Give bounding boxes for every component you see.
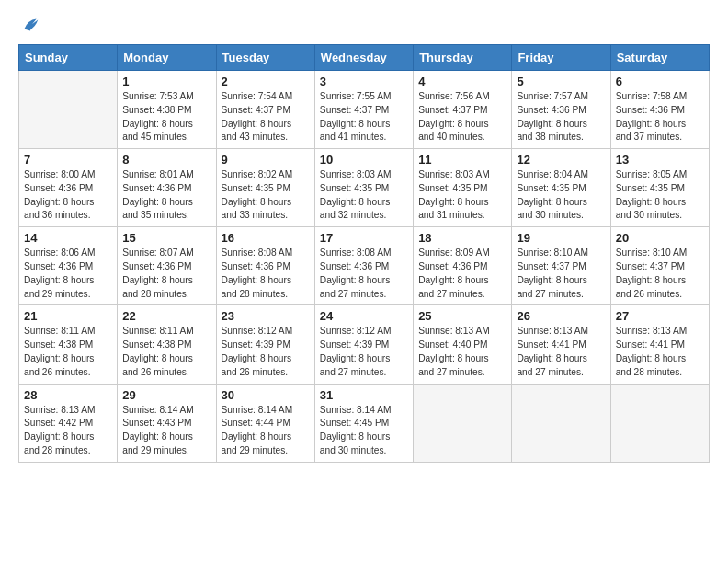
calendar-header-row: SundayMondayTuesdayWednesdayThursdayFrid… xyxy=(19,45,710,71)
calendar-cell: 15Sunrise: 8:07 AMSunset: 4:36 PMDayligh… xyxy=(118,227,216,305)
day-number: 2 xyxy=(222,75,310,88)
calendar-cell: 30Sunrise: 8:14 AMSunset: 4:44 PMDayligh… xyxy=(216,384,314,462)
day-info: Sunrise: 8:13 AMSunset: 4:42 PMDaylight:… xyxy=(24,404,112,458)
day-info: Sunrise: 7:58 AMSunset: 4:36 PMDaylight:… xyxy=(616,90,704,144)
calendar-week-row: 21Sunrise: 8:11 AMSunset: 4:38 PMDayligh… xyxy=(19,305,710,384)
day-info: Sunrise: 8:10 AMSunset: 4:37 PMDaylight:… xyxy=(517,247,605,301)
day-info: Sunrise: 8:07 AMSunset: 4:36 PMDaylight:… xyxy=(122,247,210,301)
day-info: Sunrise: 7:56 AMSunset: 4:37 PMDaylight:… xyxy=(418,90,506,144)
day-info: Sunrise: 8:11 AMSunset: 4:38 PMDaylight:… xyxy=(24,325,112,379)
day-number: 20 xyxy=(616,231,704,245)
day-info: Sunrise: 8:00 AMSunset: 4:36 PMDaylight:… xyxy=(24,168,112,223)
day-info: Sunrise: 8:14 AMSunset: 4:44 PMDaylight:… xyxy=(222,404,310,458)
calendar-cell: 4Sunrise: 7:56 AMSunset: 4:37 PMDaylight… xyxy=(414,71,512,149)
calendar-cell: 8Sunrise: 8:01 AMSunset: 4:36 PMDaylight… xyxy=(118,149,216,227)
day-number: 17 xyxy=(320,231,408,245)
day-info: Sunrise: 7:55 AMSunset: 4:37 PMDaylight:… xyxy=(320,90,408,144)
calendar-cell: 6Sunrise: 7:58 AMSunset: 4:36 PMDaylight… xyxy=(610,71,709,149)
day-info: Sunrise: 8:03 AMSunset: 4:35 PMDaylight:… xyxy=(320,168,408,223)
calendar-cell xyxy=(19,71,118,149)
day-number: 19 xyxy=(517,231,605,245)
calendar-cell: 20Sunrise: 8:10 AMSunset: 4:37 PMDayligh… xyxy=(610,227,709,305)
day-number: 9 xyxy=(222,153,310,167)
day-number: 16 xyxy=(222,231,310,245)
calendar-cell: 26Sunrise: 8:13 AMSunset: 4:41 PMDayligh… xyxy=(512,305,610,384)
day-number: 25 xyxy=(418,309,506,323)
calendar-cell: 22Sunrise: 8:11 AMSunset: 4:38 PMDayligh… xyxy=(118,305,216,384)
day-number: 27 xyxy=(616,309,704,323)
calendar-cell: 23Sunrise: 8:12 AMSunset: 4:39 PMDayligh… xyxy=(216,305,314,384)
calendar-cell: 3Sunrise: 7:55 AMSunset: 4:37 PMDaylight… xyxy=(314,71,413,149)
calendar-cell: 12Sunrise: 8:04 AMSunset: 4:35 PMDayligh… xyxy=(512,149,610,227)
weekday-header: Thursday xyxy=(414,45,512,71)
calendar-cell: 14Sunrise: 8:06 AMSunset: 4:36 PMDayligh… xyxy=(19,227,118,305)
calendar-cell: 7Sunrise: 8:00 AMSunset: 4:36 PMDaylight… xyxy=(19,149,118,227)
calendar-cell: 25Sunrise: 8:13 AMSunset: 4:40 PMDayligh… xyxy=(414,305,512,384)
day-number: 13 xyxy=(616,153,704,167)
calendar-cell xyxy=(414,384,512,462)
calendar-cell: 27Sunrise: 8:13 AMSunset: 4:41 PMDayligh… xyxy=(610,305,709,384)
calendar-cell: 28Sunrise: 8:13 AMSunset: 4:42 PMDayligh… xyxy=(19,384,118,462)
calendar-week-row: 14Sunrise: 8:06 AMSunset: 4:36 PMDayligh… xyxy=(19,227,710,305)
page-container: SundayMondayTuesdayWednesdayThursdayFrid… xyxy=(0,0,728,472)
calendar-week-row: 7Sunrise: 8:00 AMSunset: 4:36 PMDaylight… xyxy=(19,149,710,227)
calendar-cell xyxy=(610,384,709,462)
day-number: 29 xyxy=(122,388,210,402)
day-info: Sunrise: 7:54 AMSunset: 4:37 PMDaylight:… xyxy=(222,90,310,144)
day-info: Sunrise: 8:12 AMSunset: 4:39 PMDaylight:… xyxy=(222,325,310,379)
day-info: Sunrise: 8:09 AMSunset: 4:36 PMDaylight:… xyxy=(418,247,506,301)
day-info: Sunrise: 8:13 AMSunset: 4:40 PMDaylight:… xyxy=(418,325,506,379)
header xyxy=(18,15,710,35)
calendar-cell: 21Sunrise: 8:11 AMSunset: 4:38 PMDayligh… xyxy=(19,305,118,384)
logo-bird-icon xyxy=(20,15,40,35)
day-number: 11 xyxy=(418,153,506,167)
day-number: 22 xyxy=(122,309,210,323)
calendar-cell: 5Sunrise: 7:57 AMSunset: 4:36 PMDaylight… xyxy=(512,71,610,149)
day-info: Sunrise: 8:11 AMSunset: 4:38 PMDaylight:… xyxy=(122,325,210,379)
day-number: 31 xyxy=(320,388,408,402)
day-number: 15 xyxy=(122,231,210,245)
day-info: Sunrise: 8:08 AMSunset: 4:36 PMDaylight:… xyxy=(320,247,408,301)
day-number: 6 xyxy=(616,75,704,88)
day-info: Sunrise: 8:01 AMSunset: 4:36 PMDaylight:… xyxy=(122,168,210,223)
day-number: 7 xyxy=(24,153,112,167)
day-info: Sunrise: 8:13 AMSunset: 4:41 PMDaylight:… xyxy=(517,325,605,379)
calendar-week-row: 1Sunrise: 7:53 AMSunset: 4:38 PMDaylight… xyxy=(19,71,710,149)
calendar-cell: 16Sunrise: 8:08 AMSunset: 4:36 PMDayligh… xyxy=(216,227,314,305)
calendar-cell: 24Sunrise: 8:12 AMSunset: 4:39 PMDayligh… xyxy=(314,305,413,384)
calendar-cell: 17Sunrise: 8:08 AMSunset: 4:36 PMDayligh… xyxy=(314,227,413,305)
logo xyxy=(18,15,40,35)
calendar-cell: 18Sunrise: 8:09 AMSunset: 4:36 PMDayligh… xyxy=(414,227,512,305)
day-info: Sunrise: 8:14 AMSunset: 4:43 PMDaylight:… xyxy=(122,404,210,458)
calendar-cell: 11Sunrise: 8:03 AMSunset: 4:35 PMDayligh… xyxy=(414,149,512,227)
day-number: 30 xyxy=(222,388,310,402)
day-number: 3 xyxy=(320,75,408,88)
day-number: 24 xyxy=(320,309,408,323)
calendar-cell: 19Sunrise: 8:10 AMSunset: 4:37 PMDayligh… xyxy=(512,227,610,305)
weekday-header: Monday xyxy=(118,45,216,71)
calendar-week-row: 28Sunrise: 8:13 AMSunset: 4:42 PMDayligh… xyxy=(19,384,710,462)
day-number: 28 xyxy=(24,388,112,402)
day-number: 8 xyxy=(122,153,210,167)
day-number: 14 xyxy=(24,231,112,245)
calendar-cell: 10Sunrise: 8:03 AMSunset: 4:35 PMDayligh… xyxy=(314,149,413,227)
day-info: Sunrise: 7:53 AMSunset: 4:38 PMDaylight:… xyxy=(122,90,210,144)
day-number: 23 xyxy=(222,309,310,323)
day-number: 26 xyxy=(517,309,605,323)
day-info: Sunrise: 8:06 AMSunset: 4:36 PMDaylight:… xyxy=(24,247,112,301)
day-info: Sunrise: 8:05 AMSunset: 4:35 PMDaylight:… xyxy=(616,168,704,223)
weekday-header: Saturday xyxy=(610,45,709,71)
day-info: Sunrise: 8:03 AMSunset: 4:35 PMDaylight:… xyxy=(418,168,506,223)
day-number: 4 xyxy=(418,75,506,88)
weekday-header: Sunday xyxy=(19,45,118,71)
day-number: 21 xyxy=(24,309,112,323)
calendar-cell: 29Sunrise: 8:14 AMSunset: 4:43 PMDayligh… xyxy=(118,384,216,462)
day-info: Sunrise: 8:12 AMSunset: 4:39 PMDaylight:… xyxy=(320,325,408,379)
day-info: Sunrise: 8:10 AMSunset: 4:37 PMDaylight:… xyxy=(616,247,704,301)
calendar-cell: 31Sunrise: 8:14 AMSunset: 4:45 PMDayligh… xyxy=(314,384,413,462)
calendar-cell: 13Sunrise: 8:05 AMSunset: 4:35 PMDayligh… xyxy=(610,149,709,227)
calendar-table: SundayMondayTuesdayWednesdayThursdayFrid… xyxy=(18,44,710,463)
day-info: Sunrise: 7:57 AMSunset: 4:36 PMDaylight:… xyxy=(517,90,605,144)
day-info: Sunrise: 8:02 AMSunset: 4:35 PMDaylight:… xyxy=(222,168,310,223)
day-number: 10 xyxy=(320,153,408,167)
